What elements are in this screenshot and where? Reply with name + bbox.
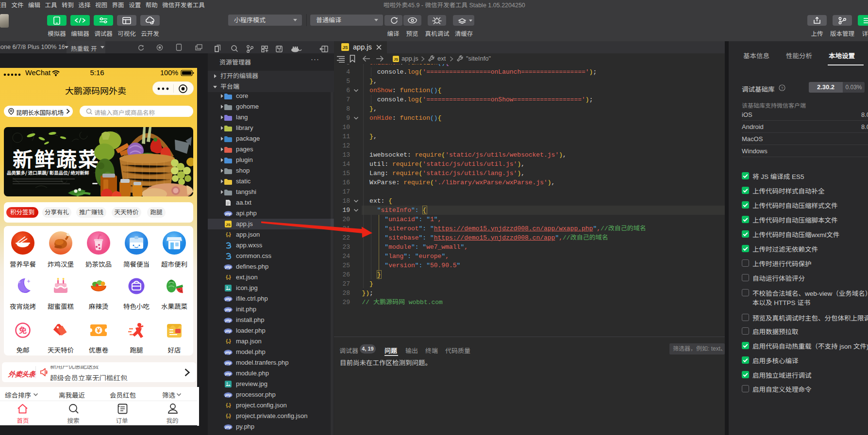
- svg-text:php: php: [225, 351, 231, 354]
- svg-text:php: php: [225, 212, 231, 216]
- svg-text:php: php: [225, 297, 231, 301]
- svg-text:JS: JS: [394, 57, 398, 62]
- svg-text:php: php: [225, 361, 231, 365]
- svg-text:品类繁多/ 进口果蔬/ 彰显品位/ 绝对新鲜: 品类繁多/ 进口果蔬/ 彰显品位/ 绝对新鲜: [7, 169, 89, 176]
- svg-text:新鲜蔬菜: 新鲜蔬菜: [13, 143, 100, 173]
- svg-text:php: php: [225, 393, 231, 397]
- svg-text:JS: JS: [342, 45, 348, 50]
- svg-text:¥: ¥: [96, 325, 100, 335]
- svg-text:php: php: [225, 308, 231, 312]
- svg-text:php: php: [225, 319, 231, 322]
- svg-text:php: php: [225, 329, 231, 333]
- svg-text:?: ?: [781, 86, 783, 91]
- svg-text:免: 免: [19, 324, 27, 336]
- svg-text:php: php: [225, 265, 231, 269]
- svg-text:php: php: [225, 372, 231, 376]
- svg-text:JS: JS: [226, 222, 231, 226]
- svg-text:php: php: [225, 425, 231, 429]
